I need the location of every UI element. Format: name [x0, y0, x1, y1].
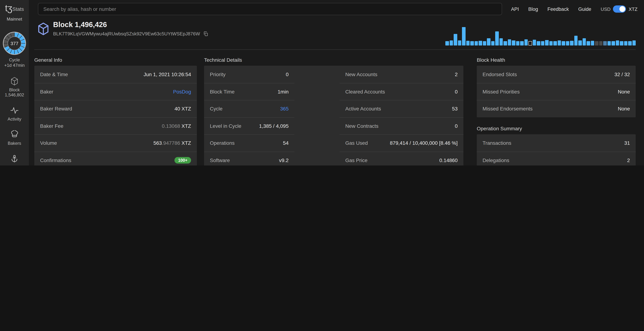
- info-row: Softwarev9.2: [204, 151, 294, 165]
- histogram-bar[interactable]: [599, 41, 602, 45]
- histogram-bar[interactable]: [462, 27, 466, 45]
- info-row: Baker Reward40 XTZ: [34, 100, 197, 117]
- search-input[interactable]: [38, 3, 502, 15]
- histogram-bar[interactable]: [603, 41, 606, 45]
- operation-summary-panel: Transactions31Delegations2Endorsements20…: [477, 134, 636, 165]
- info-row-label: Date & Time: [40, 71, 68, 77]
- histogram-bar[interactable]: [624, 41, 628, 45]
- histogram-bar[interactable]: [537, 41, 540, 45]
- xtz-label[interactable]: XTZ: [629, 6, 638, 12]
- histogram-bar[interactable]: [508, 39, 511, 45]
- histogram-bar[interactable]: [474, 41, 478, 45]
- histogram-bar[interactable]: [582, 38, 586, 45]
- value-text: XTZ: [180, 140, 191, 146]
- histogram-bar[interactable]: [632, 40, 636, 45]
- info-row-value: 40 XTZ: [174, 106, 191, 112]
- histogram-bar-selected[interactable]: [528, 41, 532, 45]
- histogram-bar[interactable]: [524, 39, 528, 45]
- info-row-value: 53: [452, 106, 458, 112]
- histogram-bar[interactable]: [450, 40, 453, 45]
- value-text: 2: [627, 157, 630, 163]
- sidebar-item-bakers[interactable]: Bakers: [0, 130, 29, 146]
- info-row: Missed PrioritiesNone: [477, 83, 636, 100]
- histogram-bar[interactable]: [520, 41, 524, 45]
- info-row-label: New Accounts: [345, 71, 377, 77]
- info-row-value: 0: [286, 71, 288, 77]
- histogram-bar[interactable]: [570, 41, 574, 45]
- histogram-bar[interactable]: [495, 31, 498, 45]
- histogram-bar[interactable]: [553, 41, 557, 45]
- sidebar-item-block[interactable]: Block1,546,802: [0, 77, 29, 97]
- histogram-bar[interactable]: [616, 40, 619, 45]
- block-hash: BLK7T9KLqVGWMywu4ajRUwbsqSZsk92V9Ew63c5U…: [53, 31, 200, 36]
- info-row-label: New Contracts: [345, 123, 378, 129]
- histogram-bar[interactable]: [466, 41, 470, 45]
- histogram-bar[interactable]: [562, 41, 565, 45]
- histogram-bar[interactable]: [612, 41, 615, 45]
- histogram-bar[interactable]: [532, 40, 536, 45]
- block-cube-icon: [38, 22, 49, 37]
- histogram-bar[interactable]: [574, 36, 578, 45]
- currency-toggle[interactable]: [613, 5, 626, 13]
- value-link[interactable]: 365: [280, 106, 288, 112]
- value-link[interactable]: PosDog: [173, 89, 191, 95]
- histogram-bar[interactable]: [487, 38, 490, 45]
- histogram-bar[interactable]: [628, 41, 632, 45]
- info-row-label: Software: [210, 157, 230, 163]
- histogram-bar[interactable]: [541, 41, 544, 45]
- copy-icon[interactable]: [203, 31, 208, 36]
- info-row-value: v9.2: [279, 157, 288, 163]
- cycle-widget[interactable]: 377 Cycle +1d 47min: [3, 32, 26, 68]
- info-row-value: 563.947786 XTZ: [153, 140, 191, 146]
- nav-link-feedback[interactable]: Feedback: [548, 6, 569, 12]
- info-row-label: Confirmations: [40, 157, 71, 163]
- sidebar-item-activity[interactable]: Activity: [0, 106, 29, 122]
- histogram-bar[interactable]: [595, 41, 598, 45]
- histogram-bar[interactable]: [566, 41, 569, 45]
- tzstats-logo[interactable]: tʒ Stats: [5, 3, 24, 12]
- value-text: 54: [283, 140, 288, 146]
- info-row: Active Accounts53: [340, 100, 464, 117]
- histogram-bar[interactable]: [545, 40, 548, 45]
- histogram-bar[interactable]: [578, 40, 582, 45]
- nav-link-api[interactable]: API: [511, 6, 519, 12]
- nav-link-blog[interactable]: Blog: [528, 6, 538, 12]
- histogram-bar[interactable]: [558, 40, 561, 45]
- tezos-logo-icon: tʒ: [5, 3, 12, 12]
- histogram-bar[interactable]: [458, 40, 461, 45]
- histogram-bar[interactable]: [549, 41, 552, 45]
- cycle-progress-gauge: 377: [3, 32, 26, 55]
- histogram-bar[interactable]: [504, 41, 507, 45]
- info-row-value: PosDog: [173, 89, 191, 95]
- histogram-bar[interactable]: [445, 41, 449, 45]
- info-row-label: Transactions: [482, 140, 511, 146]
- sidebar-item-protocols[interactable]: Protocols: [0, 154, 29, 165]
- histogram-bar[interactable]: [478, 41, 482, 45]
- histogram-bar[interactable]: [454, 34, 457, 45]
- info-row-value: 1,385 / 4,095: [259, 123, 289, 129]
- network-label: Mainnet: [7, 16, 22, 22]
- histogram-bar[interactable]: [591, 41, 594, 45]
- technical-details-panel: Priority0Block Time1minCycle365Level in …: [204, 66, 464, 165]
- cycle-label: Cycle +1d 47min: [4, 57, 25, 68]
- value-text: 563: [153, 140, 162, 146]
- histogram-bar[interactable]: [491, 41, 494, 45]
- histogram-bar[interactable]: [620, 41, 623, 45]
- sidebar-item-label: Protocols: [6, 165, 24, 165]
- value-text: 40 XTZ: [174, 106, 191, 112]
- sidebar-item-label: Activity: [8, 117, 21, 122]
- histogram-bar[interactable]: [470, 41, 474, 45]
- histogram-bar[interactable]: [607, 41, 611, 45]
- nav-link-guide[interactable]: Guide: [578, 6, 591, 12]
- histogram-bar[interactable]: [483, 41, 486, 45]
- info-row: Operations54: [204, 134, 294, 151]
- cube-icon: [10, 77, 18, 85]
- tzstats-block-page: tʒ Stats Mainnet 377 Cycle +1d 47min Blo…: [0, 0, 644, 165]
- histogram-bar[interactable]: [512, 40, 515, 45]
- histogram-bar[interactable]: [586, 41, 590, 45]
- info-row-label: Baker Reward: [40, 106, 72, 112]
- usd-label[interactable]: USD: [601, 6, 610, 12]
- histogram-bar[interactable]: [499, 38, 503, 45]
- histogram-bar[interactable]: [516, 41, 520, 45]
- info-row: BakerPosDog: [34, 83, 197, 100]
